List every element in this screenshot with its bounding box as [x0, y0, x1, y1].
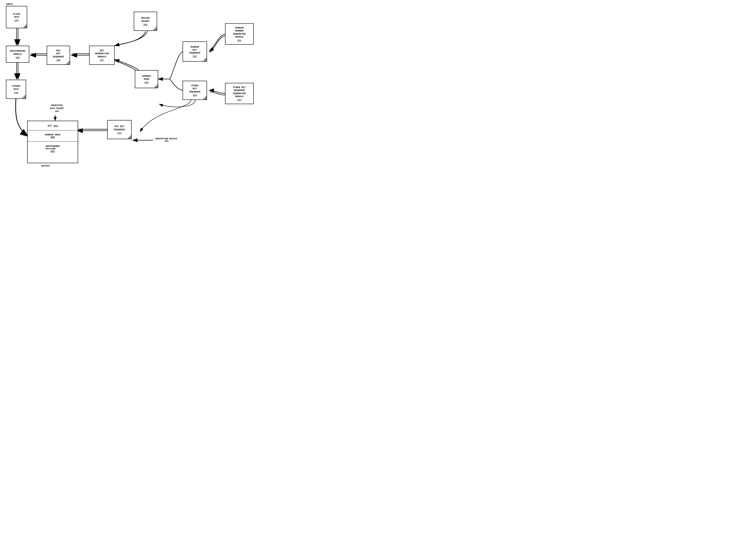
packet-spi-label: SPI: [48, 124, 52, 127]
master-secret-number: 306: [143, 23, 148, 26]
cipher-text-node: CIPHERTEXT 310: [6, 80, 26, 99]
random-seed-label: RANDOMSEED: [142, 75, 151, 81]
other-bit-sequence-label: OTHERBITSEQUENCE: [189, 84, 200, 93]
spi-bit-sequence-number: 312: [117, 132, 122, 134]
key-generation-module-node: KEYGENERATIONMODULE 307: [89, 46, 115, 65]
encrypted-data-packet-label: ENCRYPTEDDATA PACKET 204: [50, 104, 64, 113]
key-generation-module-label: KEYGENERATIONMODULE: [95, 49, 109, 58]
cipher-text-label: CIPHERTEXT: [12, 85, 20, 91]
packet-enciphered-payload-label: ENCIPHEREDPAYLOAD: [46, 145, 60, 150]
other-bit-sequence-generator-number: 304: [237, 99, 242, 101]
master-secret-node: MASTERSECRET 306: [134, 12, 157, 31]
enciphering-module-node: ENCIPHERINGMODULE 309: [6, 46, 29, 63]
output-packet: SPI 312 RANDOM SEED 305 ENCIPHEREDPAYLOA…: [27, 121, 78, 163]
key-generation-module-number: 307: [100, 59, 104, 61]
input-plain-text-number: 203: [14, 19, 19, 22]
master-secret-label: MASTERSECRET: [141, 17, 150, 23]
packet-random-seed-number: 305: [51, 136, 55, 138]
key-bit-sequence-label: KEYBITSEQUENCE: [53, 49, 64, 58]
other-bit-sequence-number: 303: [193, 94, 197, 96]
random-seed-number: 305: [144, 81, 149, 84]
cipher-text-number: 310: [14, 91, 18, 94]
other-bit-sequence-generator-label: OTHER BITSEQUENCEGENERATORMODULE: [233, 86, 246, 98]
packet-enciphered-payload-number: 311: [51, 150, 55, 152]
random-seed-node: RANDOMSEED 305: [135, 70, 158, 88]
packet-spi-number: 312: [53, 124, 58, 127]
input-label: INPUT: [6, 3, 13, 6]
random-bit-sequence-number: 302: [193, 55, 197, 58]
random-number-generator-node: RANDOMNUMBERGENERATORMODULE 301: [225, 23, 254, 45]
other-bit-sequence-node: OTHERBITSEQUENCE 303: [183, 81, 207, 100]
key-bit-sequence-node: KEYBITSEQUENCE 308: [47, 46, 70, 65]
random-number-generator-label: RANDOMNUMBERGENERATORMODULE: [233, 26, 246, 38]
random-bit-sequence-node: RANDOMBITSEQUENCE 302: [183, 41, 207, 62]
input-plain-text-label: PLAINTEXT: [13, 13, 20, 19]
key-bit-sequence-number: 308: [56, 59, 61, 61]
encryption-device-label: ← ENCRYPTION DEVICE 201: [153, 138, 177, 142]
packet-random-seed-label: RANDOM SEED: [45, 133, 61, 136]
output-label: OUTPUT: [41, 165, 50, 167]
input-plain-text-node: PLAINTEXT 203: [6, 6, 27, 28]
enciphering-module-label: ENCIPHERINGMODULE: [10, 49, 25, 56]
other-bit-sequence-generator-node: OTHER BITSEQUENCEGENERATORMODULE 304: [225, 83, 254, 104]
random-bit-sequence-label: RANDOMBITSEQUENCE: [189, 45, 200, 55]
diagram: INPUT PLAINTEXT 203 ENCIPHERINGMODULE 30…: [0, 0, 297, 216]
spi-bit-sequence-node: SPI BITSEQUENCE 312: [107, 120, 132, 139]
random-number-generator-number: 301: [237, 39, 242, 42]
spi-bit-sequence-label: SPI BITSEQUENCE: [114, 125, 125, 131]
enciphering-module-number: 309: [15, 56, 20, 59]
